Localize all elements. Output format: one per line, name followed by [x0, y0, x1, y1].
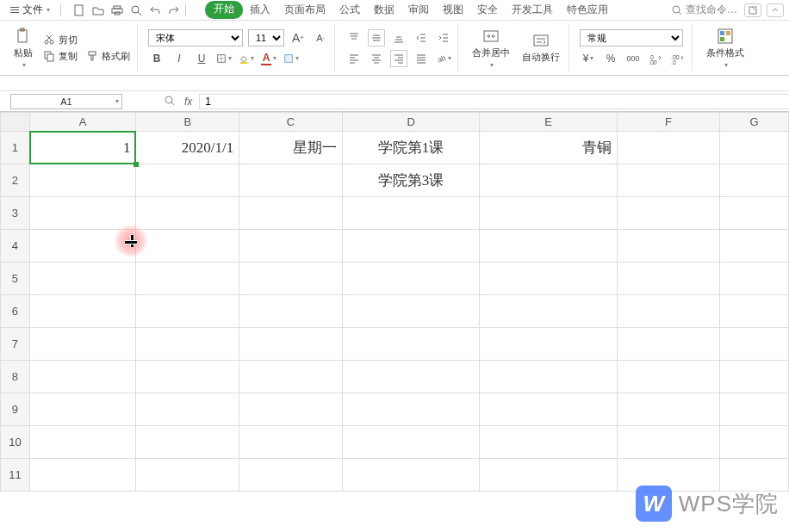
increase-decimal-icon[interactable]: .0.00: [647, 50, 664, 67]
row-header-6[interactable]: 6: [1, 295, 30, 328]
cell-F9[interactable]: [617, 393, 720, 426]
cell-D3[interactable]: [342, 197, 479, 230]
row-header-7[interactable]: 7: [1, 328, 30, 361]
row-header-3[interactable]: 3: [1, 197, 30, 230]
align-left-icon[interactable]: [345, 50, 363, 67]
tab-page-layout[interactable]: 页面布局: [277, 1, 332, 19]
paste-button[interactable]: 粘贴: [10, 26, 36, 71]
copy-button[interactable]: 复制: [41, 49, 79, 64]
cell-D2[interactable]: 学院第3课: [342, 164, 479, 197]
cell-E7[interactable]: [480, 328, 617, 361]
col-header-C[interactable]: C: [239, 113, 343, 132]
col-header-E[interactable]: E: [480, 113, 617, 132]
cell-B8[interactable]: [136, 361, 239, 393]
new-icon[interactable]: [73, 4, 85, 16]
cell-E2[interactable]: [480, 164, 617, 197]
font-size-select[interactable]: 11: [248, 29, 284, 46]
row-header-9[interactable]: 9: [1, 393, 30, 426]
cell-F10[interactable]: [617, 426, 720, 459]
align-center-icon[interactable]: [368, 50, 385, 67]
decrease-font-icon[interactable]: A-: [312, 29, 329, 46]
cell-B9[interactable]: [136, 393, 239, 426]
decrease-decimal-icon[interactable]: .00.0: [669, 50, 686, 67]
row-header-5[interactable]: 5: [1, 263, 30, 295]
cell-E5[interactable]: [480, 263, 617, 295]
cell-C7[interactable]: [239, 328, 343, 361]
file-menu[interactable]: 文件 ▾: [5, 3, 55, 17]
cell-A11[interactable]: [29, 459, 136, 492]
cell-C4[interactable]: [239, 230, 343, 263]
cell-D11[interactable]: [342, 459, 479, 492]
font-name-select[interactable]: 宋体: [148, 29, 243, 46]
row-header-4[interactable]: 4: [1, 230, 30, 263]
cell-E8[interactable]: [480, 361, 617, 393]
cell-A1[interactable]: 1: [29, 132, 136, 164]
cell-F4[interactable]: [617, 230, 720, 263]
undo-icon[interactable]: [149, 4, 161, 16]
col-header-G[interactable]: G: [720, 113, 789, 132]
underline-button[interactable]: U: [193, 50, 210, 67]
cell-D5[interactable]: [342, 263, 479, 295]
cell-C11[interactable]: [239, 459, 343, 492]
cell-E11[interactable]: [480, 459, 617, 492]
cell-A6[interactable]: [29, 295, 136, 328]
cell-A2[interactable]: [29, 164, 136, 197]
cell-C9[interactable]: [239, 393, 343, 426]
tab-review[interactable]: 审阅: [401, 1, 436, 19]
conditional-format-button[interactable]: 条件格式: [703, 26, 748, 71]
row-header-8[interactable]: 8: [1, 361, 30, 393]
increase-font-icon[interactable]: A+: [289, 29, 307, 46]
justify-icon[interactable]: [413, 50, 430, 67]
cell-B3[interactable]: [136, 197, 239, 230]
align-middle-icon[interactable]: [368, 29, 385, 46]
percent-icon[interactable]: %: [602, 50, 619, 67]
cell-E9[interactable]: [480, 393, 617, 426]
cell-D7[interactable]: [342, 328, 479, 361]
cell-G7[interactable]: [720, 328, 789, 361]
cell-B5[interactable]: [136, 263, 239, 295]
cell-B2[interactable]: [136, 164, 239, 197]
cell-G4[interactable]: [720, 230, 789, 263]
tab-developer[interactable]: 开发工具: [505, 1, 560, 19]
cell-G10[interactable]: [720, 426, 789, 459]
tab-security[interactable]: 安全: [470, 1, 505, 19]
tab-data[interactable]: 数据: [367, 1, 401, 19]
orientation-icon[interactable]: ab: [435, 50, 452, 67]
cell-C8[interactable]: [239, 361, 343, 393]
cell-C2[interactable]: [239, 164, 343, 197]
cell-F8[interactable]: [617, 361, 720, 393]
cell-B6[interactable]: [136, 295, 239, 328]
cell-F1[interactable]: [617, 132, 720, 164]
row-header-11[interactable]: 11: [1, 459, 30, 492]
italic-button[interactable]: I: [171, 50, 188, 67]
cell-A10[interactable]: [29, 426, 136, 459]
fx-label[interactable]: fx: [184, 96, 192, 108]
comma-icon[interactable]: 000: [624, 50, 642, 67]
cell-C3[interactable]: [239, 197, 343, 230]
cell-D1[interactable]: 学院第1课: [342, 132, 479, 164]
cell-C5[interactable]: [239, 263, 343, 295]
align-right-icon[interactable]: [390, 50, 407, 67]
row-header-2[interactable]: 2: [1, 164, 30, 197]
cell-F2[interactable]: [617, 164, 720, 197]
cell-F7[interactable]: [617, 328, 720, 361]
cell-B7[interactable]: [136, 328, 239, 361]
cell-style-button[interactable]: [283, 50, 300, 67]
tab-insert[interactable]: 插入: [243, 1, 277, 19]
currency-icon[interactable]: ¥: [580, 50, 597, 67]
formula-input[interactable]: [199, 94, 789, 109]
insert-function-icon[interactable]: [164, 95, 177, 108]
cell-G5[interactable]: [720, 263, 789, 295]
format-painter-button[interactable]: 格式刷: [84, 49, 132, 64]
cell-E4[interactable]: [480, 230, 617, 263]
print-preview-icon[interactable]: [130, 4, 142, 16]
cell-A5[interactable]: [29, 263, 136, 295]
row-header-10[interactable]: 10: [1, 426, 30, 459]
cell-G9[interactable]: [720, 393, 789, 426]
border-button[interactable]: [215, 50, 233, 67]
col-header-B[interactable]: B: [136, 113, 239, 132]
wrap-text-button[interactable]: 自动换行: [519, 30, 563, 65]
select-all-corner[interactable]: [1, 113, 30, 132]
command-search[interactable]: 查找命令…: [672, 3, 737, 17]
row-header-1[interactable]: 1: [1, 132, 30, 164]
